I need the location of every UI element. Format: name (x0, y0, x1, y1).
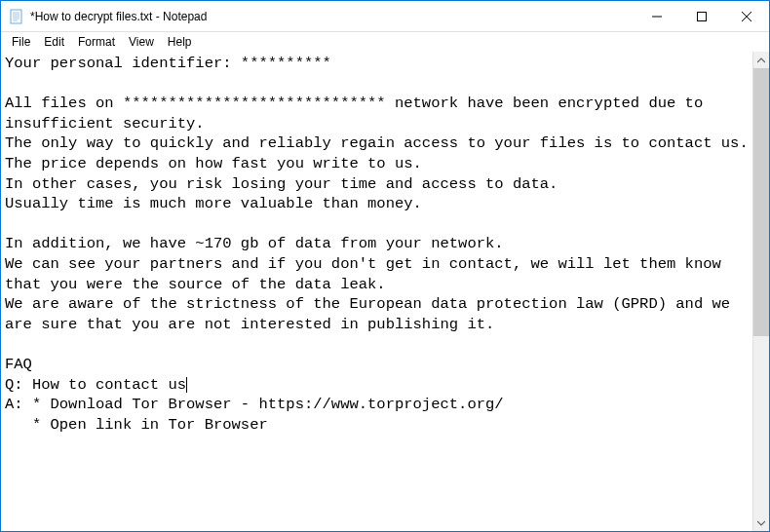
maximize-icon (697, 12, 707, 21)
notepad-icon (9, 9, 24, 24)
scroll-thumb[interactable] (753, 68, 769, 336)
vertical-scrollbar[interactable] (752, 52, 769, 531)
menu-file[interactable]: File (5, 34, 37, 50)
scroll-up-button[interactable] (753, 52, 769, 68)
text-caret (186, 377, 187, 393)
titlebar: *How to decrypt files.txt - Notepad (1, 1, 769, 32)
document-text-before: Your personal identifier: ********** All… (5, 55, 749, 394)
minimize-button[interactable] (635, 1, 679, 31)
document-text-after: A: * Download Tor Browser - https://www.… (5, 396, 504, 434)
menu-edit[interactable]: Edit (37, 34, 71, 50)
chevron-up-icon (757, 57, 765, 64)
scroll-down-button[interactable] (753, 514, 769, 531)
close-icon (742, 12, 751, 21)
menubar: File Edit Format View Help (1, 32, 769, 52)
menu-format[interactable]: Format (71, 34, 122, 50)
menu-view[interactable]: View (122, 34, 161, 50)
editor-container: Your personal identifier: ********** All… (1, 52, 769, 531)
minimize-icon (652, 12, 662, 21)
window-controls (635, 1, 769, 31)
text-editor[interactable]: Your personal identifier: ********** All… (1, 52, 752, 531)
svg-rect-7 (698, 12, 707, 20)
maximize-button[interactable] (679, 1, 724, 31)
close-button[interactable] (724, 1, 769, 31)
scroll-track[interactable] (753, 68, 769, 514)
menu-help[interactable]: Help (161, 34, 199, 50)
chevron-down-icon (757, 519, 765, 527)
window-title: *How to decrypt files.txt - Notepad (30, 10, 635, 23)
